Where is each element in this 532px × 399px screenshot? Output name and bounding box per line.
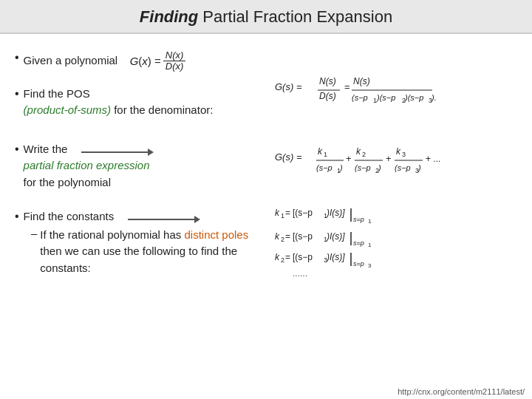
distinct-poles: distinct poles	[184, 228, 248, 241]
rhs-formula-3: k 1 = [(s−p 1 )I(s)] s=p 1 k 2 = [(s−p 1	[273, 202, 517, 276]
svg-text:1: 1	[281, 212, 284, 219]
bullet-3-dot: •	[15, 143, 19, 156]
rhs-formula-1: G(s) = N(s) D(s) = N(s) (s−p 1 )(s−p 2 )…	[273, 69, 517, 110]
svg-text:[(s−p: [(s−p	[293, 208, 313, 218]
arrow-1	[81, 149, 154, 156]
svg-text:)I(s)]: )I(s)]	[325, 231, 345, 242]
svg-text:)...: )...	[430, 93, 436, 102]
svg-text:)(s−p: )(s−p	[403, 93, 423, 102]
svg-text:D(s): D(s)	[319, 91, 336, 101]
svg-text:[(s−p: [(s−p	[293, 231, 313, 242]
svg-text:s=p: s=p	[353, 216, 364, 223]
svg-text:(s−p: (s−p	[352, 93, 368, 102]
svg-text:2: 2	[281, 236, 284, 243]
svg-text:(s−p: (s−p	[355, 163, 371, 172]
bullet-3-suffix: for the polynomial	[24, 176, 111, 188]
header: Finding Partial Fraction Expansion	[0, 0, 532, 34]
svg-text:(s−p: (s−p	[316, 163, 332, 172]
svg-text:k: k	[396, 146, 401, 157]
svg-text:=: =	[285, 208, 290, 218]
bullet-4: • Find the constants – If the rational p	[15, 208, 266, 276]
title-finding: Finding	[140, 7, 198, 26]
svg-text:1: 1	[368, 242, 372, 248]
bullet-2: • Find the POS (product-of-sums) for the…	[15, 86, 266, 119]
svg-text:k: k	[356, 146, 361, 157]
svg-text:k: k	[275, 231, 280, 242]
bullet-3: • Write the partial fraction expression …	[15, 141, 266, 191]
svg-text:N(s): N(s)	[353, 76, 370, 86]
svg-text:)I(s)]: )I(s)]	[325, 208, 345, 218]
bullet-4-text: Find the constants	[24, 208, 200, 225]
pos-green: (product-of-sums)	[24, 103, 111, 116]
svg-text:+: +	[386, 153, 392, 164]
svg-text:......: ......	[293, 268, 307, 276]
svg-text:[(s−p: [(s−p	[293, 252, 313, 262]
page-title: Finding Partial Fraction Expansion	[140, 7, 392, 26]
svg-text:k: k	[318, 146, 323, 157]
svg-text:k: k	[275, 208, 280, 218]
formula-gs-pos: G(s) = N(s) D(s) = N(s) (s−p 1 )(s−p 2 )…	[273, 69, 436, 110]
svg-text:G(s) =: G(s) =	[275, 81, 302, 92]
footer: http://cnx.org/content/m2111/latest/	[0, 384, 532, 399]
svg-text:=: =	[285, 231, 290, 242]
svg-text:2: 2	[281, 256, 284, 264]
formula-k-eval: k 1 = [(s−p 1 )I(s)] s=p 1 k 2 = [(s−p 1	[273, 202, 458, 276]
formula-gx: G(x) = N(x) D(x)	[130, 50, 188, 72]
title-rest: Partial Fraction Expansion	[198, 7, 392, 26]
svg-text:=: =	[344, 81, 350, 92]
content-area: • Given a polynomial G(x) = N(x) D(x)	[0, 34, 532, 384]
svg-text:s=p: s=p	[353, 239, 364, 247]
partial-frac-green: partial fraction expression	[24, 159, 150, 171]
svg-text:3: 3	[402, 151, 406, 158]
svg-text:)I(s)]: )I(s)]	[325, 252, 345, 262]
svg-text:+ ...: + ...	[426, 154, 440, 164]
right-column: G(s) = N(s) D(s) = N(s) (s−p 1 )(s−p 2 )…	[266, 41, 517, 384]
footer-url: http://cnx.org/content/m2111/latest/	[398, 387, 525, 396]
svg-text:(s−p: (s−p	[395, 163, 411, 172]
svg-text:1: 1	[324, 151, 327, 158]
svg-text:2: 2	[362, 151, 366, 158]
svg-text:)(s−p: )(s−p	[375, 93, 395, 102]
svg-text:1: 1	[368, 218, 372, 225]
dash-1: –	[31, 227, 37, 239]
rhs-formula-2: G(s) = k 1 (s−p 1 ) + k 2 (s−p 2 ) +	[273, 140, 517, 180]
svg-text:=: =	[285, 252, 290, 262]
bullet-1-text: Given a polynomial G(x) = N(x) D(x)	[24, 50, 188, 72]
svg-text:s=p: s=p	[353, 260, 364, 267]
bullet-1-dot: •	[15, 51, 19, 64]
sub-bullet-1-text: If the rational polynomial has distinct …	[40, 227, 266, 277]
bullet-2-dot: •	[15, 87, 19, 100]
svg-text:3: 3	[368, 262, 372, 269]
bullet-2-text: Find the POS (product-of-sums) for the d…	[24, 86, 214, 119]
svg-text:k: k	[275, 252, 280, 262]
arrow-2	[128, 216, 200, 223]
bullet-2-suffix: for the denominator:	[114, 103, 213, 116]
formula-ks: G(s) = k 1 (s−p 1 ) + k 2 (s−p 2 ) +	[273, 140, 451, 180]
svg-text:+: +	[346, 153, 352, 164]
bullet-1: • Given a polynomial G(x) = N(x) D(x)	[15, 50, 266, 72]
sub-bullet-1: – If the rational polynomial has distinc…	[31, 227, 266, 277]
page: Finding Partial Fraction Expansion • Giv…	[0, 0, 532, 399]
bullet-3-text: Write the partial fraction expression fo…	[24, 141, 154, 191]
svg-text:G(s) =: G(s) =	[275, 151, 302, 163]
bullet-4-dot: •	[15, 210, 19, 223]
left-column: • Given a polynomial G(x) = N(x) D(x)	[15, 41, 266, 384]
svg-text:N(s): N(s)	[319, 76, 336, 86]
